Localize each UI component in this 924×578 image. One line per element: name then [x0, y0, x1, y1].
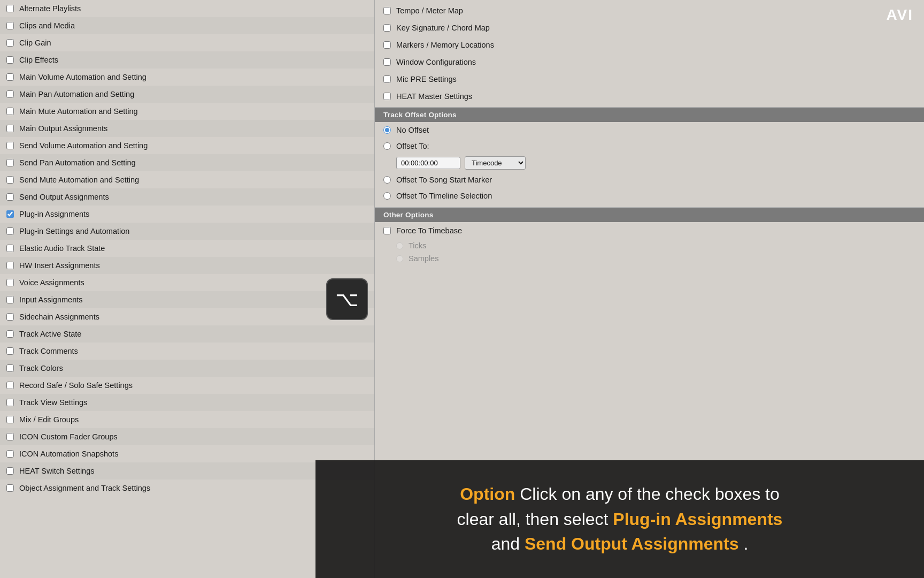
checkbox-plugin-settings[interactable] — [6, 227, 14, 235]
checkbox-sidechain-assignments[interactable] — [6, 313, 14, 321]
checkbox-heat-switch[interactable] — [6, 467, 14, 475]
force-timebase-item[interactable]: Force To Timebase — [375, 222, 924, 239]
left-item-send-pan[interactable]: Send Pan Automation and Setting — [0, 154, 374, 171]
right-item-heat-master[interactable]: HEAT Master Settings — [375, 88, 924, 105]
timecode-format-select[interactable]: Timecode Bars|Beats Min:Secs Samples — [465, 156, 526, 170]
label-clip-effects: Clip Effects — [19, 56, 58, 64]
samples-radio — [396, 255, 403, 262]
left-item-send-volume[interactable]: Send Volume Automation and Setting — [0, 137, 374, 154]
checkbox-input-assignments[interactable] — [6, 296, 14, 303]
checkbox-markers-memory[interactable] — [383, 41, 391, 49]
left-item-track-active-state[interactable]: Track Active State — [0, 325, 374, 343]
other-options-header: Other Options — [375, 208, 924, 222]
left-item-send-output[interactable]: Send Output Assignments — [0, 188, 374, 206]
track-offset-header: Track Offset Options — [375, 108, 924, 122]
checkbox-track-view[interactable] — [6, 399, 14, 406]
checkbox-heat-master[interactable] — [383, 93, 391, 100]
checkbox-mic-pre-settings[interactable] — [383, 75, 391, 83]
left-item-main-pan[interactable]: Main Pan Automation and Setting — [0, 86, 374, 103]
checkbox-track-active-state[interactable] — [6, 330, 14, 338]
timecode-input[interactable] — [396, 157, 460, 169]
left-item-record-safe[interactable]: Record Safe / Solo Safe Settings — [0, 377, 374, 394]
left-item-elastic-audio[interactable]: Elastic Audio Track State — [0, 240, 374, 257]
no-offset-option[interactable]: No Offset — [375, 122, 924, 138]
left-item-main-output[interactable]: Main Output Assignments — [0, 120, 374, 137]
left-item-plugin-settings[interactable]: Plug-in Settings and Automation — [0, 223, 374, 240]
label-clip-gain: Clip Gain — [19, 39, 51, 47]
left-item-main-volume[interactable]: Main Volume Automation and Setting — [0, 69, 374, 86]
checkbox-voice-assignments[interactable] — [6, 279, 14, 286]
main-container: AVI Alternate PlaylistsClips and MediaCl… — [0, 0, 924, 578]
checkbox-record-safe[interactable] — [6, 382, 14, 389]
checkbox-plugin-assignments[interactable] — [6, 210, 14, 218]
left-item-hw-insert[interactable]: HW Insert Assignments — [0, 257, 374, 274]
checkbox-send-mute[interactable] — [6, 176, 14, 184]
checkbox-alternate-playlists[interactable] — [6, 5, 14, 12]
checkbox-main-volume[interactable] — [6, 73, 14, 81]
offset-to-label: Offset To: — [396, 142, 429, 150]
checkbox-mix-edit-groups[interactable] — [6, 416, 14, 423]
samples-label: Samples — [409, 254, 438, 263]
force-timebase-checkbox[interactable] — [383, 227, 391, 234]
left-item-track-comments[interactable]: Track Comments — [0, 343, 374, 360]
checkbox-icon-automation[interactable] — [6, 450, 14, 458]
label-plugin-settings: Plug-in Settings and Automation — [19, 227, 129, 235]
right-item-window-configs[interactable]: Window Configurations — [375, 54, 924, 71]
checkbox-main-mute[interactable] — [6, 108, 14, 115]
offset-timeline-radio[interactable] — [383, 192, 391, 200]
right-item-tempo-meter-map[interactable]: Tempo / Meter Map — [375, 2, 924, 19]
label-mic-pre-settings: Mic PRE Settings — [396, 75, 457, 83]
label-track-view: Track View Settings — [19, 398, 87, 407]
checkbox-clips-and-media[interactable] — [6, 22, 14, 29]
offset-to-option[interactable]: Offset To: — [375, 138, 924, 154]
offset-to-radio[interactable] — [383, 142, 391, 150]
right-top-section: Tempo / Meter MapKey Signature / Chord M… — [375, 0, 924, 107]
left-item-track-view[interactable]: Track View Settings — [0, 394, 374, 411]
left-item-send-mute[interactable]: Send Mute Automation and Setting — [0, 171, 374, 188]
left-item-clip-effects[interactable]: Clip Effects — [0, 51, 374, 69]
no-offset-radio[interactable] — [383, 126, 391, 134]
checkbox-elastic-audio[interactable] — [6, 245, 14, 252]
checkbox-send-output[interactable] — [6, 193, 14, 201]
checkbox-key-sig-chord[interactable] — [383, 24, 391, 32]
checkbox-main-pan[interactable] — [6, 90, 14, 98]
right-item-key-sig-chord[interactable]: Key Signature / Chord Map — [375, 19, 924, 36]
left-item-alternate-playlists[interactable]: Alternate Playlists — [0, 0, 374, 17]
plugin-assignments-highlight: Plug-in Assignments — [613, 509, 782, 529]
label-main-mute: Main Mute Automation and Setting — [19, 107, 138, 116]
left-item-track-colors[interactable]: Track Colors — [0, 360, 374, 377]
checkbox-send-volume[interactable] — [6, 142, 14, 149]
force-timebase-label: Force To Timebase — [396, 226, 462, 235]
left-item-clip-gain[interactable]: Clip Gain — [0, 34, 374, 51]
offset-song-start-option[interactable]: Offset To Song Start Marker — [375, 172, 924, 188]
checkbox-window-configs[interactable] — [383, 58, 391, 66]
checkbox-hw-insert[interactable] — [6, 262, 14, 269]
checkbox-send-pan[interactable] — [6, 159, 14, 166]
checkbox-main-output[interactable] — [6, 125, 14, 132]
label-send-output: Send Output Assignments — [19, 193, 109, 201]
right-item-markers-memory[interactable]: Markers / Memory Locations — [375, 36, 924, 54]
option-key-icon: ⌥ — [335, 289, 359, 309]
label-heat-master: HEAT Master Settings — [396, 92, 472, 101]
checkbox-track-comments[interactable] — [6, 347, 14, 355]
offset-timeline-option[interactable]: Offset To Timeline Selection — [375, 188, 924, 204]
checkbox-clip-effects[interactable] — [6, 56, 14, 64]
right-item-mic-pre-settings[interactable]: Mic PRE Settings — [375, 71, 924, 88]
left-item-input-assignments[interactable]: Input Assignments — [0, 291, 374, 308]
left-item-sidechain-assignments[interactable]: Sidechain Assignments — [0, 308, 374, 325]
left-item-voice-assignments[interactable]: Voice Assignments — [0, 274, 374, 291]
checkbox-track-colors[interactable] — [6, 364, 14, 372]
checkbox-clip-gain[interactable] — [6, 39, 14, 47]
offset-song-start-radio[interactable] — [383, 176, 391, 184]
left-item-main-mute[interactable]: Main Mute Automation and Setting — [0, 103, 374, 120]
checkbox-tempo-meter-map[interactable] — [383, 7, 391, 14]
label-track-active-state: Track Active State — [19, 330, 81, 338]
left-item-plugin-assignments[interactable]: Plug-in Assignments — [0, 206, 374, 223]
label-track-comments: Track Comments — [19, 347, 78, 355]
checkbox-icon-custom-fader[interactable] — [6, 433, 14, 440]
label-icon-custom-fader: ICON Custom Fader Groups — [19, 432, 118, 441]
left-item-mix-edit-groups[interactable]: Mix / Edit Groups — [0, 411, 374, 428]
checkbox-object-assignment[interactable] — [6, 484, 14, 492]
left-item-clips-and-media[interactable]: Clips and Media — [0, 17, 374, 34]
left-item-icon-custom-fader[interactable]: ICON Custom Fader Groups — [0, 428, 374, 445]
